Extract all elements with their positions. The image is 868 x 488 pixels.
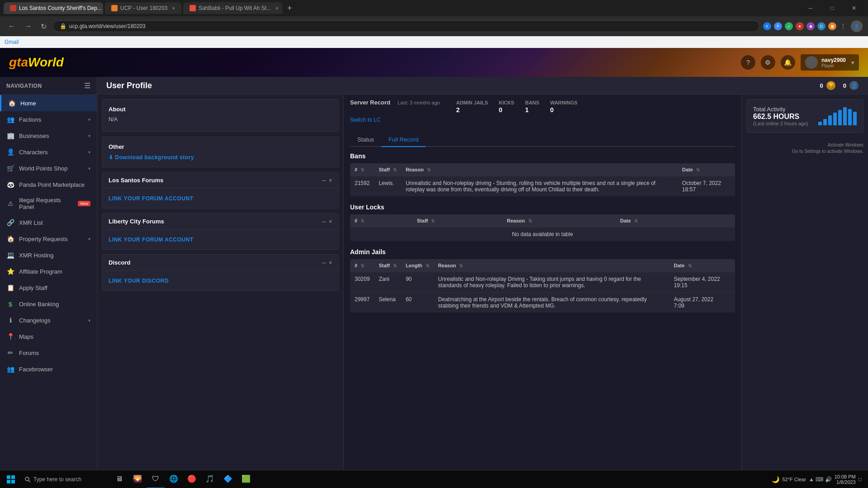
- minimize-button[interactable]: ─: [800, 0, 821, 16]
- maps-label: Maps: [19, 333, 90, 340]
- maximize-button[interactable]: □: [822, 0, 843, 16]
- home-icon: 🏠: [8, 99, 16, 107]
- ulocks-col-date[interactable]: Date ⇅: [616, 214, 705, 227]
- gmail-link[interactable]: Gmail: [5, 39, 19, 45]
- tab-status[interactable]: Status: [350, 133, 381, 147]
- ajail-id-2: 29997: [350, 293, 374, 313]
- sidebar-item-property-requests[interactable]: 🏠 Property Requests ▾: [0, 231, 97, 247]
- main-content: Navigation ☰ 🏠 Home 👥 Factions ▾ 🏢 Busin…: [0, 77, 868, 488]
- ls-forums-close-btn[interactable]: ×: [329, 177, 332, 184]
- factions-icon: 👥: [6, 115, 14, 123]
- weather-text: 52°F Clear: [782, 477, 806, 482]
- ls-forums-link-btn[interactable]: LINK YOUR FORUM ACCOUNT: [109, 195, 194, 202]
- property-requests-label: Property Requests: [19, 236, 84, 242]
- bans-col-id[interactable]: # ⇅: [350, 163, 374, 176]
- sidebar-item-businesses[interactable]: 🏢 Businesses ▾: [0, 128, 97, 144]
- bans-col-reason[interactable]: Reason ⇅: [401, 163, 678, 176]
- activity-subtitle: (Last online 2 hours ago): [753, 121, 808, 126]
- browser-tab-1[interactable]: Los Santos County Sheriff's Dep... ×: [4, 2, 103, 14]
- ajails-col-reason[interactable]: Reason ⇅: [434, 259, 669, 272]
- sidebar-item-xmr-hosting[interactable]: 💻 XMR Hosting: [0, 247, 97, 263]
- discord-collapse-btn[interactable]: ─: [322, 260, 326, 266]
- bar-7: [848, 109, 852, 125]
- ulocks-col-reason[interactable]: Reason ⇅: [503, 214, 616, 227]
- lc-forums-close-btn[interactable]: ×: [329, 218, 332, 225]
- browser-ext-6[interactable]: ⊡: [817, 22, 825, 30]
- sidebar-item-facebrowser[interactable]: 👥 Facebrowser: [0, 361, 97, 377]
- taskbar-tray-icon-3[interactable]: 🛡: [147, 470, 165, 488]
- ajail-row-2: 29997 Selena 60 Deatmatching at the Airp…: [350, 293, 735, 313]
- gmail-bar: Gmail: [0, 36, 868, 48]
- forward-button[interactable]: →: [22, 20, 34, 32]
- taskbar-tray-icon-6[interactable]: 🎵: [201, 470, 219, 488]
- sidebar-item-affiliate-program[interactable]: ⭐ Affiliate Program: [0, 263, 97, 280]
- tab-full-record[interactable]: Full Record: [381, 133, 426, 147]
- switch-lc-link[interactable]: Switch to LC: [350, 117, 380, 123]
- ajail-staff-2: Selena: [374, 293, 401, 313]
- taskbar-tray-icon-1[interactable]: 🖥: [110, 470, 128, 488]
- browser-ext-4[interactable]: ●: [796, 22, 804, 30]
- sidebar-item-illegal-requests[interactable]: ⚠ Illegal Requests Panel New: [0, 193, 97, 214]
- sidebar-item-home[interactable]: 🏠 Home: [0, 95, 97, 111]
- back-button[interactable]: ←: [5, 20, 18, 32]
- start-button[interactable]: [2, 470, 20, 488]
- changelogs-label: Changelogs: [19, 317, 84, 324]
- ajails-col-staff[interactable]: Staff ⇅: [374, 259, 401, 272]
- taskbar-tray-icon-8[interactable]: 🟩: [237, 470, 255, 488]
- lc-forums-link-btn[interactable]: LINK YOUR FORUM ACCOUNT: [109, 237, 194, 243]
- tab2-close[interactable]: ×: [172, 5, 175, 11]
- reload-button[interactable]: ↻: [38, 20, 49, 33]
- ajails-col-length[interactable]: Length ⇅: [401, 259, 434, 272]
- address-bar[interactable]: 🔒 ucp.gta.world/view/user/180203: [53, 20, 759, 32]
- changelogs-chevron: ▾: [88, 318, 90, 323]
- browser-tab-3[interactable]: SahBabii - Pull Up Wit Ah St... ×: [183, 2, 283, 14]
- browser-ext-1[interactable]: K: [763, 22, 771, 30]
- browser-menu-icon[interactable]: ⋮: [839, 22, 847, 30]
- sidebar-item-maps[interactable]: 📍 Maps: [0, 328, 97, 345]
- browser-ext-2[interactable]: P: [774, 22, 782, 30]
- download-bg-story-link[interactable]: ⬇ Download background story: [109, 154, 194, 161]
- question-icon-btn[interactable]: ?: [741, 55, 755, 70]
- close-window-button[interactable]: ✕: [844, 0, 864, 16]
- sidebar-item-xmr-list[interactable]: 🔗 XMR List: [0, 214, 97, 231]
- profile-icon[interactable]: 👤: [851, 20, 863, 32]
- browser-ext-7[interactable]: ▣: [828, 22, 836, 30]
- sidebar-item-world-points-shop[interactable]: 🛒 World Points Shop ▾: [0, 160, 97, 176]
- bans-col-staff[interactable]: Staff ⇅: [374, 163, 401, 176]
- lc-forums-collapse-btn[interactable]: ─: [322, 218, 326, 225]
- taskbar-tray-icon-4[interactable]: 🌐: [165, 470, 183, 488]
- tab3-close[interactable]: ×: [275, 5, 278, 11]
- taskbar-tray-icon-5[interactable]: 🔴: [183, 470, 201, 488]
- ajails-col-date[interactable]: Date ⇅: [669, 259, 726, 272]
- sidebar-item-forums[interactable]: ✏ Forums: [0, 345, 97, 361]
- sidebar-item-panda-point-marketplace[interactable]: 🐼 Panda Point Marketplace: [0, 176, 97, 193]
- notifications-icon-btn[interactable]: 🔔: [781, 55, 795, 70]
- panda-point-label: Panda Point Marketplace: [19, 181, 90, 188]
- browser-ext-5[interactable]: ◆: [806, 22, 815, 30]
- discord-link-btn[interactable]: LINK YOUR DISCORD: [109, 278, 169, 284]
- ulocks-col-id[interactable]: # ⇅: [350, 214, 413, 227]
- ls-forums-actions: ─ ×: [322, 177, 332, 184]
- ban-date-1: October 7, 2022 18:57: [678, 176, 726, 197]
- settings-icon-btn[interactable]: ⚙: [761, 55, 775, 70]
- user-badge[interactable]: navy2900 Player ▾: [801, 54, 859, 71]
- taskbar-tray-icon-7[interactable]: 🔷: [219, 470, 237, 488]
- sidebar-item-changelogs[interactable]: ℹ Changelogs ▾: [0, 312, 97, 328]
- sidebar-item-characters[interactable]: 👤 Characters ▾: [0, 144, 97, 160]
- sidebar-item-online-banking[interactable]: $ Online Banking: [0, 296, 97, 312]
- taskbar-search[interactable]: Type here to search: [20, 476, 110, 483]
- svg-rect-5: [11, 475, 15, 479]
- sidebar-item-factions[interactable]: 👥 Factions ▾: [0, 111, 97, 128]
- ls-forums-collapse-btn[interactable]: ─: [322, 177, 326, 184]
- browser-ext-3[interactable]: ✓: [785, 22, 793, 30]
- stat-admin-jails: ADMIN JAILS 2: [456, 100, 488, 114]
- add-tab-button[interactable]: +: [285, 4, 295, 13]
- sidebar-item-apply-staff[interactable]: 📋 Apply Staff: [0, 280, 97, 296]
- taskbar-tray-icon-2[interactable]: 🌄: [128, 470, 147, 488]
- ajails-col-id[interactable]: # ⇅: [350, 259, 374, 272]
- bans-col-date[interactable]: Date ⇅: [678, 163, 726, 176]
- ulocks-col-staff[interactable]: Staff ⇅: [413, 214, 503, 227]
- sidebar-menu-icon[interactable]: ☰: [84, 81, 90, 90]
- browser-tab-2[interactable]: UCP - User 180203 ×: [105, 2, 181, 14]
- discord-close-btn[interactable]: ×: [329, 260, 332, 266]
